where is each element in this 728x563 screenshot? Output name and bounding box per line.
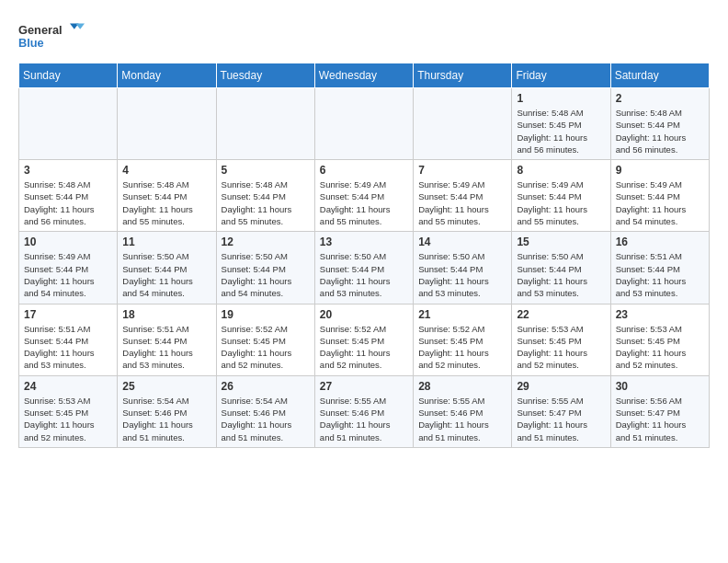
calendar-cell: 5Sunrise: 5:48 AM Sunset: 5:44 PM Daylig… — [216, 160, 314, 232]
day-number: 11 — [122, 236, 210, 248]
day-info: Sunrise: 5:53 AM Sunset: 5:45 PM Dayligh… — [616, 323, 704, 372]
day-number: 8 — [517, 164, 605, 177]
day-number: 22 — [517, 308, 605, 321]
day-info: Sunrise: 5:49 AM Sunset: 5:44 PM Dayligh… — [24, 250, 112, 299]
calendar-cell: 27Sunrise: 5:55 AM Sunset: 5:46 PM Dayli… — [314, 375, 413, 447]
day-number: 28 — [418, 380, 506, 393]
calendar-cell: 19Sunrise: 5:52 AM Sunset: 5:45 PM Dayli… — [216, 304, 314, 375]
calendar-cell: 18Sunrise: 5:51 AM Sunset: 5:44 PM Dayli… — [118, 304, 216, 375]
calendar-table: SundayMondayTuesdayWednesdayThursdayFrid… — [18, 63, 710, 448]
weekday-header-thursday: Thursday — [414, 63, 512, 88]
day-info: Sunrise: 5:50 AM Sunset: 5:44 PM Dayligh… — [320, 250, 408, 299]
calendar-cell: 14Sunrise: 5:50 AM Sunset: 5:44 PM Dayli… — [414, 232, 512, 304]
calendar-cell: 9Sunrise: 5:49 AM Sunset: 5:44 PM Daylig… — [610, 160, 709, 232]
svg-text:General: General — [18, 23, 63, 37]
calendar-cell: 7Sunrise: 5:49 AM Sunset: 5:44 PM Daylig… — [414, 160, 512, 232]
calendar-cell: 17Sunrise: 5:51 AM Sunset: 5:44 PM Dayli… — [19, 304, 118, 375]
calendar-header-row: SundayMondayTuesdayWednesdayThursdayFrid… — [19, 63, 710, 88]
calendar-cell: 30Sunrise: 5:56 AM Sunset: 5:47 PM Dayli… — [610, 375, 709, 447]
day-info: Sunrise: 5:54 AM Sunset: 5:46 PM Dayligh… — [222, 395, 310, 443]
day-number: 16 — [616, 236, 704, 248]
day-info: Sunrise: 5:53 AM Sunset: 5:45 PM Dayligh… — [24, 395, 112, 443]
day-number: 5 — [222, 164, 310, 177]
day-info: Sunrise: 5:50 AM Sunset: 5:44 PM Dayligh… — [222, 250, 310, 299]
day-info: Sunrise: 5:49 AM Sunset: 5:44 PM Dayligh… — [418, 178, 506, 227]
day-info: Sunrise: 5:54 AM Sunset: 5:46 PM Dayligh… — [122, 395, 210, 443]
calendar-cell — [19, 88, 118, 160]
day-info: Sunrise: 5:51 AM Sunset: 5:44 PM Dayligh… — [122, 323, 210, 372]
day-info: Sunrise: 5:48 AM Sunset: 5:44 PM Dayligh… — [122, 178, 210, 227]
weekday-header-friday: Friday — [512, 63, 610, 88]
day-number: 23 — [616, 308, 704, 321]
calendar-cell: 4Sunrise: 5:48 AM Sunset: 5:44 PM Daylig… — [118, 160, 216, 232]
day-info: Sunrise: 5:52 AM Sunset: 5:45 PM Dayligh… — [418, 323, 506, 372]
day-info: Sunrise: 5:55 AM Sunset: 5:46 PM Dayligh… — [418, 395, 506, 443]
calendar-cell: 12Sunrise: 5:50 AM Sunset: 5:44 PM Dayli… — [216, 232, 314, 304]
calendar-week-row: 10Sunrise: 5:49 AM Sunset: 5:44 PM Dayli… — [19, 232, 710, 304]
calendar-cell: 25Sunrise: 5:54 AM Sunset: 5:46 PM Dayli… — [118, 375, 216, 447]
day-number: 26 — [222, 380, 310, 393]
day-number: 29 — [517, 380, 605, 393]
calendar-cell: 29Sunrise: 5:55 AM Sunset: 5:47 PM Dayli… — [512, 375, 610, 447]
day-info: Sunrise: 5:50 AM Sunset: 5:44 PM Dayligh… — [517, 250, 605, 299]
day-number: 9 — [616, 164, 704, 177]
calendar-cell — [414, 88, 512, 160]
calendar-cell: 10Sunrise: 5:49 AM Sunset: 5:44 PM Dayli… — [19, 232, 118, 304]
day-info: Sunrise: 5:48 AM Sunset: 5:44 PM Dayligh… — [616, 107, 704, 155]
day-number: 3 — [24, 164, 112, 177]
calendar-week-row: 1Sunrise: 5:48 AM Sunset: 5:45 PM Daylig… — [19, 88, 710, 160]
calendar-cell: 8Sunrise: 5:49 AM Sunset: 5:44 PM Daylig… — [512, 160, 610, 232]
day-number: 27 — [320, 380, 408, 393]
logo: GeneralBlue — [18, 18, 85, 53]
calendar-cell: 2Sunrise: 5:48 AM Sunset: 5:44 PM Daylig… — [610, 88, 709, 160]
day-number: 18 — [122, 308, 210, 321]
svg-text:Blue: Blue — [18, 36, 44, 50]
calendar-cell: 15Sunrise: 5:50 AM Sunset: 5:44 PM Dayli… — [512, 232, 610, 304]
day-number: 30 — [616, 380, 704, 393]
day-info: Sunrise: 5:51 AM Sunset: 5:44 PM Dayligh… — [616, 250, 704, 299]
calendar-cell: 26Sunrise: 5:54 AM Sunset: 5:46 PM Dayli… — [216, 375, 314, 447]
weekday-header-saturday: Saturday — [610, 63, 709, 88]
day-info: Sunrise: 5:55 AM Sunset: 5:47 PM Dayligh… — [517, 395, 605, 443]
day-info: Sunrise: 5:49 AM Sunset: 5:44 PM Dayligh… — [616, 178, 704, 227]
day-number: 21 — [418, 308, 506, 321]
weekday-header-sunday: Sunday — [19, 63, 118, 88]
page-header: GeneralBlue — [18, 18, 710, 53]
day-number: 15 — [517, 236, 605, 248]
calendar-cell: 23Sunrise: 5:53 AM Sunset: 5:45 PM Dayli… — [610, 304, 709, 375]
day-number: 6 — [320, 164, 408, 177]
day-number: 10 — [24, 236, 112, 248]
calendar-cell — [314, 88, 413, 160]
day-number: 14 — [418, 236, 506, 248]
calendar-cell: 3Sunrise: 5:48 AM Sunset: 5:44 PM Daylig… — [19, 160, 118, 232]
weekday-header-monday: Monday — [118, 63, 216, 88]
day-number: 17 — [24, 308, 112, 321]
day-info: Sunrise: 5:53 AM Sunset: 5:45 PM Dayligh… — [517, 323, 605, 372]
day-number: 12 — [222, 236, 310, 248]
day-info: Sunrise: 5:55 AM Sunset: 5:46 PM Dayligh… — [320, 395, 408, 443]
day-number: 25 — [122, 380, 210, 393]
day-info: Sunrise: 5:50 AM Sunset: 5:44 PM Dayligh… — [418, 250, 506, 299]
day-number: 7 — [418, 164, 506, 177]
calendar-cell: 21Sunrise: 5:52 AM Sunset: 5:45 PM Dayli… — [414, 304, 512, 375]
calendar-week-row: 3Sunrise: 5:48 AM Sunset: 5:44 PM Daylig… — [19, 160, 710, 232]
calendar-cell: 28Sunrise: 5:55 AM Sunset: 5:46 PM Dayli… — [414, 375, 512, 447]
calendar-cell: 11Sunrise: 5:50 AM Sunset: 5:44 PM Dayli… — [118, 232, 216, 304]
day-number: 1 — [517, 92, 605, 105]
day-info: Sunrise: 5:52 AM Sunset: 5:45 PM Dayligh… — [222, 323, 310, 372]
day-number: 24 — [24, 380, 112, 393]
calendar-cell: 13Sunrise: 5:50 AM Sunset: 5:44 PM Dayli… — [314, 232, 413, 304]
weekday-header-tuesday: Tuesday — [216, 63, 314, 88]
calendar-cell: 6Sunrise: 5:49 AM Sunset: 5:44 PM Daylig… — [314, 160, 413, 232]
day-info: Sunrise: 5:48 AM Sunset: 5:44 PM Dayligh… — [24, 178, 112, 227]
day-info: Sunrise: 5:51 AM Sunset: 5:44 PM Dayligh… — [24, 323, 112, 372]
calendar-cell — [118, 88, 216, 160]
day-number: 13 — [320, 236, 408, 248]
calendar-cell — [216, 88, 314, 160]
calendar-cell: 24Sunrise: 5:53 AM Sunset: 5:45 PM Dayli… — [19, 375, 118, 447]
calendar-week-row: 17Sunrise: 5:51 AM Sunset: 5:44 PM Dayli… — [19, 304, 710, 375]
day-info: Sunrise: 5:52 AM Sunset: 5:45 PM Dayligh… — [320, 323, 408, 372]
calendar-cell: 1Sunrise: 5:48 AM Sunset: 5:45 PM Daylig… — [512, 88, 610, 160]
day-number: 20 — [320, 308, 408, 321]
day-number: 4 — [122, 164, 210, 177]
